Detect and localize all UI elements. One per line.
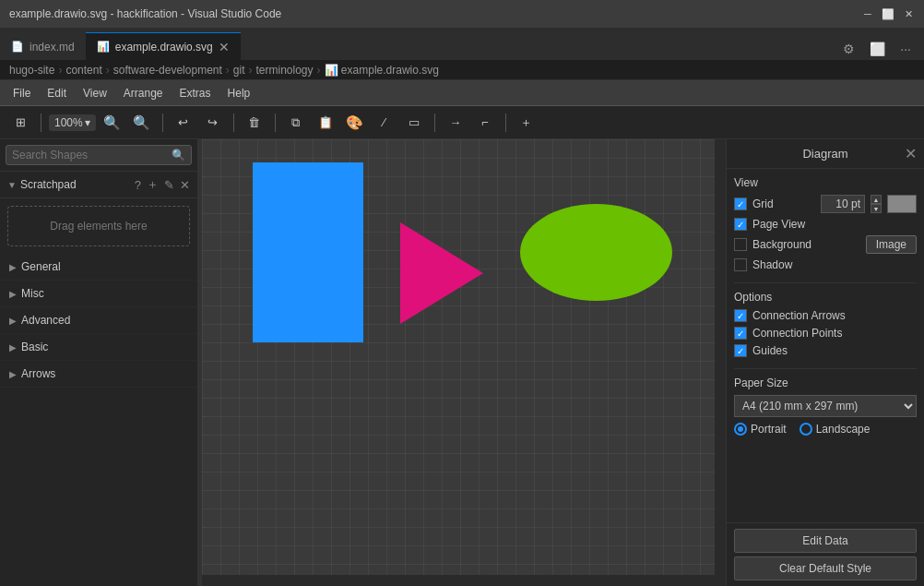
split-editor-button[interactable]: ⬜ [866,38,889,60]
scratchpad-add-icon[interactable]: ＋ [147,176,159,193]
drag-zone[interactable]: Drag elements here [7,206,190,246]
drag-zone-label: Drag elements here [50,220,147,233]
grid-spin-up[interactable]: ▲ [871,195,882,204]
waypoint-btn[interactable]: ⌐ [472,111,498,135]
breadcrumb-part-5[interactable]: 📊 example.drawio.svg [325,64,439,77]
shape-triangle[interactable] [400,222,483,324]
panel-header: Diagram ✕ [727,139,924,169]
landscape-label: Landscape [816,423,871,436]
scratchpad-help-icon[interactable]: ? [135,178,141,192]
portrait-radio-btn[interactable] [734,423,747,436]
redo-btn[interactable]: ↪ [200,111,226,135]
category-misc[interactable]: ▶ Misc [0,281,197,307]
undo-btn[interactable]: ↩ [171,111,196,135]
insert-btn[interactable]: ＋ [514,111,539,135]
connection-arrows-checkbox[interactable]: ✓ [734,309,747,322]
edit-data-button[interactable]: Edit Data [734,529,917,553]
menu-help[interactable]: Help [220,84,258,102]
background-label: Background [752,238,860,251]
breadcrumb-sep-2: › [226,64,230,77]
breadcrumb: hugo-site › content › software-developme… [0,60,924,80]
maximize-button[interactable]: ⬜ [882,7,894,20]
background-row: Background Image [734,235,917,254]
category-advanced[interactable]: ▶ Advanced [0,307,197,334]
zoom-control[interactable]: 100% ▾ [49,114,96,131]
grid-spin-down[interactable]: ▼ [871,204,882,213]
line-btn[interactable]: ⁄ [372,111,397,135]
scratchpad-close-icon[interactable]: ✕ [180,178,190,192]
minimize-button[interactable]: ─ [861,7,874,20]
category-basic-arrow: ▶ [9,342,17,353]
tab-close-button[interactable]: ✕ [219,40,230,54]
breadcrumb-part-3[interactable]: git [233,64,245,77]
menu-extras[interactable]: Extras [172,84,219,102]
scratchpad-icons: ? ＋ ✎ ✕ [135,176,190,193]
page-view-row: ✓ Page View [734,218,917,231]
category-basic-label: Basic [21,341,48,353]
menu-edit[interactable]: Edit [40,84,74,102]
grid-label: Grid [752,197,815,210]
canvas-scrollbar-vertical[interactable] [715,139,726,586]
background-checkbox[interactable] [734,238,747,251]
panel-body: View ✓ Grid ▲ ▼ ✓ Page View [727,169,924,522]
shape-blue-rect[interactable] [253,162,363,342]
shadow-btn[interactable]: ▭ [401,111,427,135]
guides-row: ✓ Guides [734,344,917,357]
breadcrumb-part-2[interactable]: software-development [113,64,222,77]
left-sidebar: 🔍 ▼ Scratchpad ? ＋ ✎ ✕ Drag elements her… [0,139,198,586]
image-button[interactable]: Image [866,235,917,254]
scratchpad-header[interactable]: ▼ Scratchpad ? ＋ ✎ ✕ [0,172,197,198]
guides-checkbox[interactable]: ✓ [734,344,747,357]
close-button[interactable]: ✕ [902,7,915,20]
page-view-label: Page View [752,218,917,231]
category-advanced-label: Advanced [21,314,70,327]
shadow-checkbox[interactable] [734,258,747,271]
paste-btn[interactable]: 📋 [313,111,338,135]
landscape-radio[interactable]: Landscape [800,423,871,436]
menu-bar: File Edit View Arrange Extras Help [0,80,924,106]
source-control-button[interactable]: ⚙ [839,38,859,60]
more-actions-button[interactable]: ··· [896,38,915,60]
panel-close-btn[interactable]: ✕ [905,145,917,162]
menu-arrange[interactable]: Arrange [116,84,171,102]
grid-color-picker[interactable] [887,195,917,213]
category-basic[interactable]: ▶ Basic [0,334,197,361]
options-section: Options ✓ Connection Arrows ✓ Connection… [734,291,917,357]
menu-file[interactable]: File [6,84,38,102]
tab-drawio[interactable]: 📊 example.drawio.svg ✕ [86,32,241,60]
delete-btn[interactable]: 🗑 [242,111,267,135]
paper-size-select[interactable]: A4 (210 mm x 297 mm) A3 Letter Legal [734,395,917,417]
zoom-out-btn[interactable]: 🔍 [129,111,155,135]
breadcrumb-part-4[interactable]: terminology [256,64,314,77]
portrait-radio[interactable]: Portrait [734,423,787,436]
scratchpad-edit-icon[interactable]: ✎ [164,178,174,192]
zoom-in-btn[interactable]: 🔍 [100,111,125,135]
shadow-label: Shadow [752,258,917,271]
toolbar: ⊞ 100% ▾ 🔍 🔍 ↩ ↪ 🗑 ⧉ 📋 🎨 ⁄ ▭ → ⌐ ＋ [0,106,924,139]
connection-btn[interactable]: → [443,111,468,135]
tab-index-md[interactable]: 📄 index.md [0,32,86,60]
grid-value-input[interactable] [821,195,865,213]
grid-spin: ▲ ▼ [871,195,882,213]
category-misc-label: Misc [21,287,44,300]
breadcrumb-part-1[interactable]: content [65,64,101,77]
page-view-checkbox[interactable]: ✓ [734,218,747,231]
landscape-radio-btn[interactable] [800,423,812,436]
category-arrows[interactable]: ▶ Arrows [0,361,197,388]
grid-checkbox[interactable]: ✓ [734,197,747,210]
canvas-area[interactable] [202,139,726,586]
copy-btn[interactable]: ⧉ [283,111,309,135]
tab-file-icon: 📄 [11,41,24,53]
format-panel-btn[interactable]: ⊞ [7,111,33,135]
menu-view[interactable]: View [76,84,114,102]
connection-points-label: Connection Points [752,327,917,340]
breadcrumb-part-0[interactable]: hugo-site [9,64,54,77]
window-title: example.drawio.svg - hackification - Vis… [9,7,281,20]
fill-btn[interactable]: 🎨 [342,111,368,135]
canvas-scrollbar-horizontal[interactable] [202,575,715,586]
connection-points-checkbox[interactable]: ✓ [734,327,747,340]
category-general[interactable]: ▶ General [0,254,197,281]
clear-style-button[interactable]: Clear Default Style [734,556,917,580]
shape-green-ellipse[interactable] [520,204,672,301]
search-input[interactable] [12,149,167,161]
